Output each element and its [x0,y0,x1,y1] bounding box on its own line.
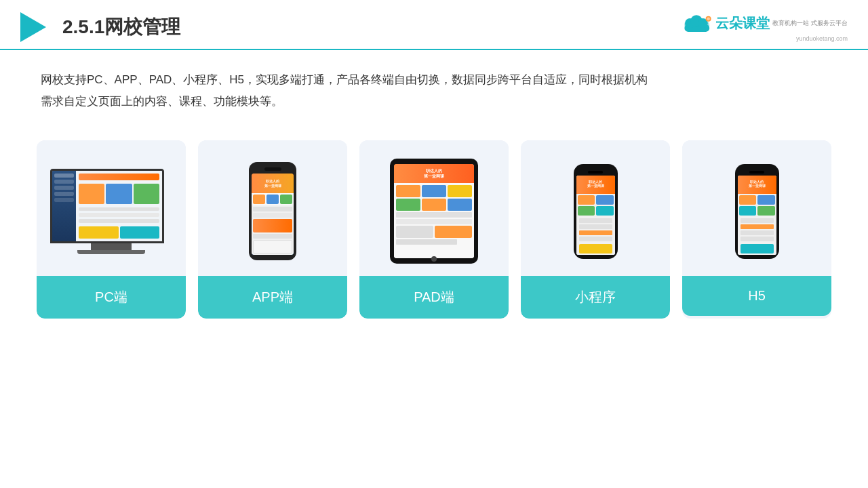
card-h5: 职达人的第一堂网课 [682,140,831,319]
card-h5-label: H5 [682,276,831,316]
header-left: 2.5.1网校管理 [20,12,180,42]
phone-small-header: 职达人的第一堂网课 [576,176,615,194]
phone-small-notch [588,171,603,174]
description-line1: 网校支持PC、APP、PAD、小程序、H5，实现多端打通，产品各终端自由切换，数… [41,69,827,91]
tablet-home-btn [431,256,437,262]
card-h5-image: 职达人的第一堂网课 [682,140,831,276]
logo-tagline: 教育机构一站 式服务云平台 [772,19,848,28]
tablet-mockup: 职达人的第一堂网课 [390,159,478,264]
phone-small-h5: 职达人的第一堂网课 [735,164,779,259]
description: 网校支持PC、APP、PAD、小程序、H5，实现多端打通，产品各终端自由切换，数… [0,50,868,120]
card-miniprogram: 职达人的第一堂网课 [521,140,670,319]
card-miniprogram-label: 小程序 [521,276,670,319]
monitor-mockup [50,169,172,254]
play-icon [20,12,46,42]
phone-notch [264,167,281,171]
tablet-screen-header: 职达人的第一堂网课 [394,164,474,183]
phone-app-mockup: 职达人的第一堂网课 [249,162,296,260]
phone-h5-body [738,194,776,255]
svg-point-8 [707,17,711,20]
card-pad-image: 职达人的第一堂网课 [359,140,509,276]
logo-domain: yunduoketang.com [796,35,848,42]
phone-screen-top: 职达人的第一堂网课 [252,174,294,193]
page-title: 2.5.1网校管理 [62,14,180,40]
card-pad-label: PAD端 [359,276,509,319]
phone-small-miniprogram: 职达人的第一堂网课 [574,164,618,259]
phone-h5-screen: 职达人的第一堂网课 [738,176,776,255]
card-pc-image [37,140,186,276]
description-line2: 需求自定义页面上的内容、课程、功能模块等。 [41,91,827,113]
phone-h5-notch [749,171,764,174]
phone-small-screen: 职达人的第一堂网课 [576,176,615,255]
card-miniprogram-image: 职达人的第一堂网课 [521,140,670,276]
card-app: 职达人的第一堂网课 APP端 [198,140,347,319]
phone-small-body [576,194,615,255]
card-app-label: APP端 [198,276,347,319]
tablet-screen: 职达人的第一堂网课 [394,164,474,258]
phone-h5-header: 职达人的第一堂网课 [738,176,776,194]
monitor-screen [50,169,164,243]
phone-screen: 职达人的第一堂网课 [252,174,294,255]
card-pc: PC端 [37,140,186,319]
logo-area: 云朵课堂 教育机构一站 式服务云平台 yunduoketang.com [680,13,848,42]
cards-section: PC端 职达人的第一堂网课 [0,120,868,319]
logo-row: 云朵课堂 教育机构一站 式服务云平台 [680,13,848,35]
card-pad: 职达人的第一堂网课 [359,140,509,319]
card-app-image: 职达人的第一堂网课 [198,140,347,276]
logo-brand: 云朵课堂 [715,14,770,33]
tablet-screen-body [394,183,474,258]
card-pc-label: PC端 [37,276,186,319]
header: 2.5.1网校管理 云朵课堂 教育机构一站 式服务云平台 yunduoketan… [0,0,868,50]
cloud-icon [680,13,713,35]
